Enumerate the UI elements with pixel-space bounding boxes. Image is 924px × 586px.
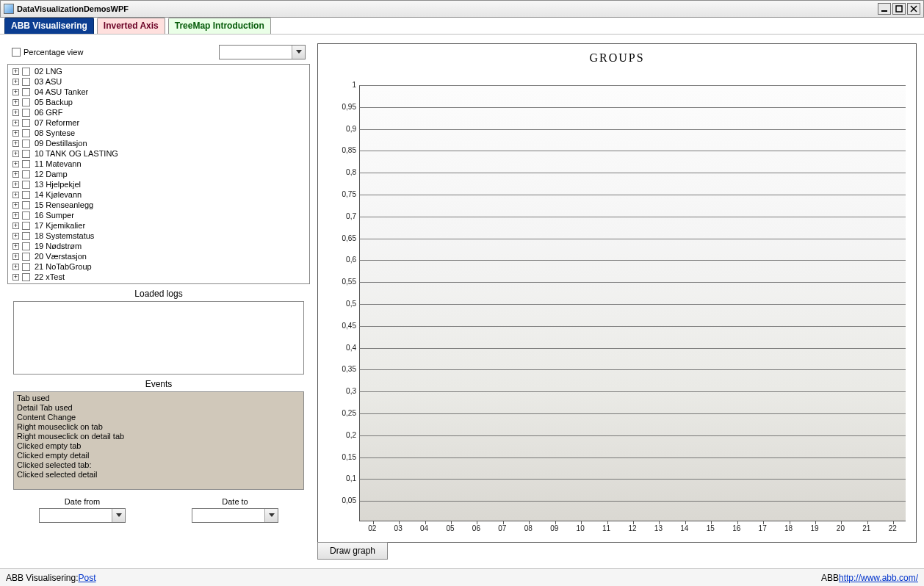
minimize-button[interactable] xyxy=(878,3,891,15)
svg-rect-0 xyxy=(881,10,887,12)
window-title: DataVisualizationDemosWPF xyxy=(17,4,129,13)
svg-rect-1 xyxy=(896,6,902,12)
app-icon xyxy=(4,4,14,14)
tab-strip: ABB Visualisering Inverted Axis TreeMap … xyxy=(0,18,924,35)
tab-treemap-intro[interactable]: TreeMap Introduction xyxy=(168,18,271,34)
tab-inverted-axis[interactable]: Inverted Axis xyxy=(97,18,165,34)
close-button[interactable] xyxy=(907,3,920,15)
tab-abb-visualisering[interactable]: ABB Visualisering xyxy=(4,18,94,34)
title-bar: DataVisualizationDemosWPF xyxy=(0,0,924,18)
maximize-button[interactable] xyxy=(892,3,906,15)
